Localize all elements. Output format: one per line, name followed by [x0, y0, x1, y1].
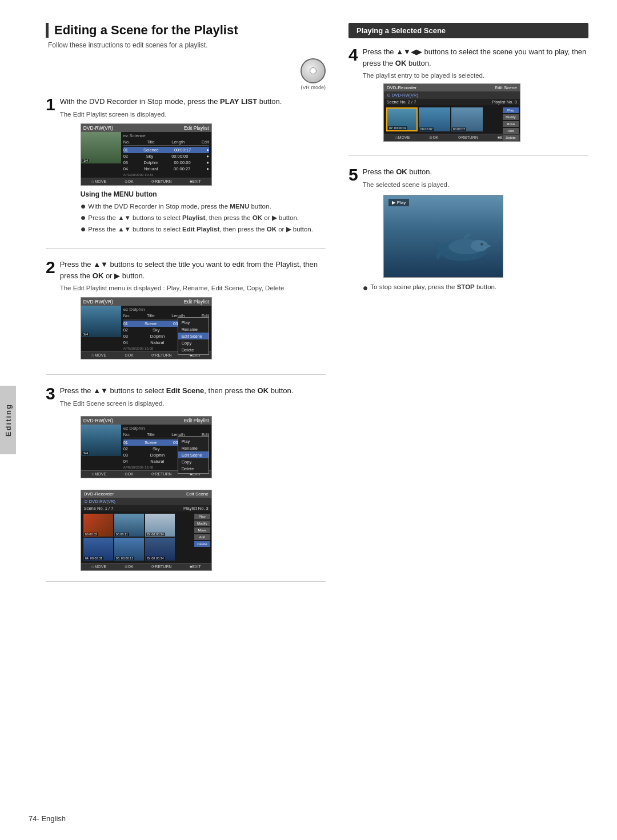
using-menu-title: Using the MENU button	[81, 190, 326, 198]
edit-scene-buttons: Play Modify Move Add Delete	[194, 514, 210, 547]
thumb-science: 1/4	[81, 132, 121, 163]
page-title: Editing a Scene for the Playlist	[46, 23, 326, 38]
screen-edit-playlist-3: DVD-RW(VR) Edit Playlist 3/4 ez Dolphin	[81, 416, 212, 478]
screen-list-1: ez Science No.TitleLengthEdit 01Science0…	[121, 132, 211, 178]
edit-scene-4-buttons: Play Modify Move Add Delete	[503, 107, 519, 141]
scene-thumb-ocean: ID: 00:00:34	[145, 514, 175, 537]
step-1-subtext: The Edit Playlist screen is displayed.	[60, 110, 326, 119]
step-4-subtext: The playlist entry to be played is selec…	[363, 71, 588, 80]
menu-bullet-3: ● Press the ▲▼ buttons to select Edit Pl…	[81, 225, 326, 234]
screen-header-3: DVD-RW(VR) Edit Playlist	[81, 417, 211, 425]
dvd-icon-area: (VR mode)	[46, 58, 326, 90]
step-4-number: 4	[348, 46, 358, 63]
divider-right-1	[348, 155, 588, 156]
side-tab: Editing	[0, 386, 16, 454]
step-3-block: 3 Press the ▲▼ buttons to select Edit Sc…	[46, 385, 326, 571]
screen-edit-playlist-1: DVD-RW(VR) Edit Playlist 1/4 ez Science …	[81, 123, 212, 186]
divider-2	[46, 374, 326, 375]
step-1-text: With the DVD Recorder in Stop mode, pres…	[60, 96, 326, 107]
step-5-block: 5 Press the OK button. The selected scen…	[348, 166, 588, 293]
dvd-mode-label: (VR mode)	[301, 85, 326, 90]
screen-header-1: DVD-RW(VR) Edit Playlist	[81, 124, 211, 132]
section-header-playing: Playing a Selected Scene	[348, 23, 588, 38]
screen-header-2: DVD-RW(VR) Edit Playlist	[81, 298, 211, 306]
step-2-subtext: The Edit Playlist menu is displayed : Pl…	[60, 283, 326, 293]
scene-thumb-4-3: 00:00:07	[451, 107, 483, 131]
screen-footer-1: ☆MOVE⊙OK⟳RETURN■EXIT	[81, 178, 211, 185]
divider-1	[46, 248, 326, 249]
scene-thumb-deep: 04: 00:00:31	[83, 538, 113, 561]
side-tab-label: Editing	[4, 403, 13, 437]
dolphin-svg	[434, 226, 491, 266]
step-3-subtext: The Edit Scene screen is displayed.	[60, 399, 326, 408]
stop-note: ● To stop scene play, press the STOP but…	[363, 283, 588, 293]
screen-edit-scene-step3: DVD-Recorder Edit Scene ⊙ DVD-RW(VR) Sce…	[81, 490, 212, 571]
thumb-dolphin-2: 3/4	[81, 306, 121, 337]
svg-point-4	[482, 243, 482, 244]
menu-bullet-1: ● With the DVD Recorder in Stop mode, pr…	[81, 202, 326, 211]
playback-screen: ▶ Play	[383, 195, 503, 278]
step-2-number: 2	[46, 259, 55, 276]
svg-point-2	[471, 240, 488, 251]
step-5-number: 5	[348, 166, 358, 183]
step-2-text: Press the ▲▼ buttons to select the title…	[60, 259, 326, 281]
play-indicator: ▶ Play	[388, 199, 410, 206]
scene-thumb-end: ID: 00:00:34	[145, 538, 175, 561]
thumb-dolphin-3: 3/4	[81, 425, 121, 456]
menu-bullet-list: ● With the DVD Recorder in Stop mode, pr…	[81, 202, 326, 235]
divider-3	[46, 581, 326, 582]
step-3-text: Press the ▲▼ buttons to select Edit Scen…	[60, 385, 326, 397]
scene-thumb-flower: 00:00:02	[83, 514, 113, 537]
scene-thumb-water: 00:00:11	[114, 514, 144, 537]
step-1-block: 1 With the DVD Recorder in Stop mode, pr…	[46, 96, 326, 238]
menu-popup-2: Play Rename Edit Scene Copy Delete	[178, 317, 209, 355]
scene-selected-thumb: 02: 00:00:02	[386, 107, 418, 131]
step-3-number: 3	[46, 385, 55, 402]
step-5-subtext: The selected scene is played.	[363, 180, 588, 189]
page-subtitle: Follow these instructions to edit scenes…	[46, 41, 326, 49]
scene-thumb-mid: 05: 00:00:11	[114, 538, 144, 561]
screen-edit-scene-step4: DVD-Recorder Edit Scene ⊙ DVD-RW(VR) Sce…	[383, 83, 520, 142]
using-menu-box: Using the MENU button ● With the DVD Rec…	[81, 190, 326, 235]
screen-edit-playlist-2: DVD-RW(VR) Edit Playlist 3/4 ez Dolphin …	[81, 297, 212, 359]
menu-popup-3: Play Rename Edit Scene Copy Delete	[178, 436, 209, 474]
scene-thumb-4-2: 00:00:07	[419, 107, 450, 131]
menu-bullet-2: ● Press the ▲▼ buttons to select Playlis…	[81, 213, 326, 223]
step-4-block: 4 Press the ▲▼◀▶ buttons to select the s…	[348, 46, 588, 145]
dvd-disc-icon	[301, 58, 326, 83]
step-1-number: 1	[46, 96, 55, 113]
step-5-text: Press the OK button.	[363, 166, 588, 178]
page-number: 74- English	[29, 814, 66, 823]
step-2-block: 2 Press the ▲▼ buttons to select the tit…	[46, 259, 326, 364]
step-4-text: Press the ▲▼◀▶ buttons to select the sce…	[363, 46, 588, 69]
